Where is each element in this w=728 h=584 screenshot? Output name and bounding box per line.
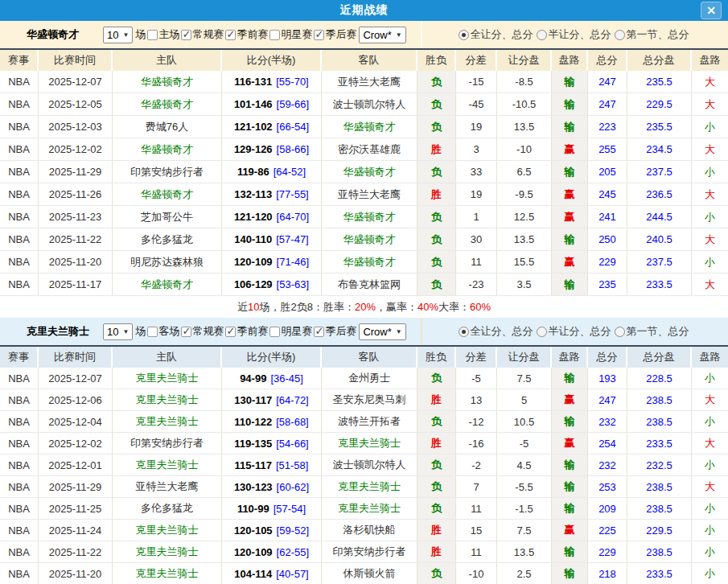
checkbox-4[interactable] [314,30,324,40]
table-row: NBA2025-11-17华盛顿奇才106-129[53-63]布鲁克林篮网负-… [0,273,728,296]
radio-2[interactable] [615,30,625,40]
checkbox-1[interactable] [181,327,191,337]
cell-4: 密尔沃基雄鹿 [322,138,417,160]
cell-9: 255 [588,138,627,160]
checkbox-3[interactable] [269,327,280,337]
cell-8: 赢 [552,206,588,228]
table-row: NBA2025-11-22多伦多猛龙140-110[57-47]华盛顿奇才负30… [0,228,728,251]
halftime-score: [58-66] [277,143,309,155]
table-row: NBA2025-11-29亚特兰大老鹰130-123[60-62]克里夫兰骑士负… [0,476,728,498]
odds-type-select[interactable]: Crow*▼ [359,323,405,340]
games-count-select-value: 10 [107,326,118,338]
cell-9: 247 [588,389,627,410]
cell-2: 印第安纳步行者 [113,433,222,454]
cell-9: 223 [588,116,627,138]
chevron-down-icon: ▼ [396,328,402,335]
dialog-titlebar: 近期战绩 ✕ [0,0,728,21]
cell-4: 华盛顿奇才 [322,116,417,138]
checkbox-item-1: 常规赛 [179,27,224,42]
cell-9: 241 [588,206,627,228]
cell-8: 输 [552,228,588,250]
header-cell-9: 总分 [588,347,627,368]
cell-8: 输 [552,71,588,93]
radio-label-2: 第一节、总分 [627,324,689,339]
odds-type-select-value: Crow* [363,326,391,338]
header-cell-4: 客队 [322,347,417,368]
checkbox-0[interactable] [147,327,158,337]
radio-0[interactable] [459,30,469,40]
checkbox-3[interactable] [269,30,280,40]
cell-5: 负 [417,71,456,93]
team-name: 华盛顿奇才 [27,27,101,42]
cell-11: 大 [692,71,728,93]
cell-8: 输 [552,273,588,295]
checkbox-1[interactable] [181,30,191,40]
filter-controls: 10▼场主场常规赛季前赛明星赛季后赛Crow*▼ [101,21,409,48]
score-value: 130-117 [234,394,272,406]
cell-8: 赢 [552,183,588,205]
cell-1: 2025-12-02 [39,138,113,160]
radio-0[interactable] [459,327,469,337]
summary-segment-7: 60% [470,301,491,313]
cell-3: 121-102[66-54] [222,116,322,138]
cell-0: NBA [0,541,39,562]
halftime-score: [53-63] [277,278,309,290]
table-row: NBA2025-11-20明尼苏达森林狼120-109[71-46]华盛顿奇才负… [0,251,728,273]
cell-3: 106-129[53-63] [222,273,322,295]
cell-3: 140-110[57-47] [222,228,322,250]
cell-0: NBA [0,71,39,93]
checkbox-2[interactable] [225,30,236,40]
cell-7: -8.5 [497,71,552,93]
games-count-select[interactable]: 10▼ [103,27,133,43]
cell-3: 132-113[77-55] [222,183,322,205]
radio-2[interactable] [615,327,625,337]
header-cell-5: 胜负 [417,50,456,71]
header-cell-10: 总分盘 [627,347,692,368]
checkbox-item-1: 常规赛 [179,324,224,339]
cell-2: 明尼苏达森林狼 [113,251,222,273]
checkbox-2[interactable] [225,327,236,337]
cell-6: 11 [456,541,497,562]
odds-type-select[interactable]: Crow*▼ [359,27,405,43]
score-value: 115-117 [235,459,272,471]
odds-type-select-value: Crow* [363,29,391,41]
cell-10: 233.5 [627,273,692,295]
cell-11: 大 [692,476,728,497]
checkbox-item-4: 季后赛 [312,324,356,339]
cell-6: 33 [456,161,497,183]
cell-2: 多伦多猛龙 [113,498,222,519]
radio-label-1: 半让分、总分 [549,27,611,42]
cell-3: 101-146[59-66] [222,93,322,115]
cell-0: NBA [0,161,39,183]
cell-11: 小 [692,411,728,432]
table-body: NBA2025-12-07华盛顿奇才116-131[55-70]亚特兰大老鹰负-… [0,71,728,296]
cell-10: 240.5 [627,228,692,250]
cell-1: 2025-11-24 [39,520,113,541]
close-icon[interactable]: ✕ [701,2,722,19]
score-value: 120-109 [234,546,273,558]
header-cell-1: 比赛时间 [39,50,113,71]
cell-0: NBA [0,433,39,454]
cell-11: 大 [692,389,728,410]
header-cell-1: 比赛时间 [39,347,113,368]
cell-5: 负 [417,476,456,497]
cell-4: 洛杉矶快船 [322,520,417,541]
checkbox-0[interactable] [147,30,158,40]
games-count-select[interactable]: 10▼ [103,323,133,340]
cell-4: 波士顿凯尔特人 [322,93,417,115]
chevron-down-icon: ▼ [122,31,129,39]
cell-1: 2025-11-29 [39,161,113,183]
header-cell-3: 比分(半场) [222,347,322,368]
cell-3: 130-117[64-72] [222,389,322,410]
cell-1: 2025-12-07 [39,368,113,389]
cell-4: 华盛顿奇才 [322,251,417,273]
cell-0: NBA [0,520,39,541]
cell-1: 2025-12-06 [39,389,113,410]
halftime-score: [58-68] [276,416,308,428]
cell-10: 228.5 [627,368,692,389]
checkbox-4[interactable] [314,327,324,337]
radio-1[interactable] [537,327,547,337]
cell-8: 输 [552,541,588,562]
radio-1[interactable] [537,30,547,40]
score-value: 140-110 [234,233,272,245]
